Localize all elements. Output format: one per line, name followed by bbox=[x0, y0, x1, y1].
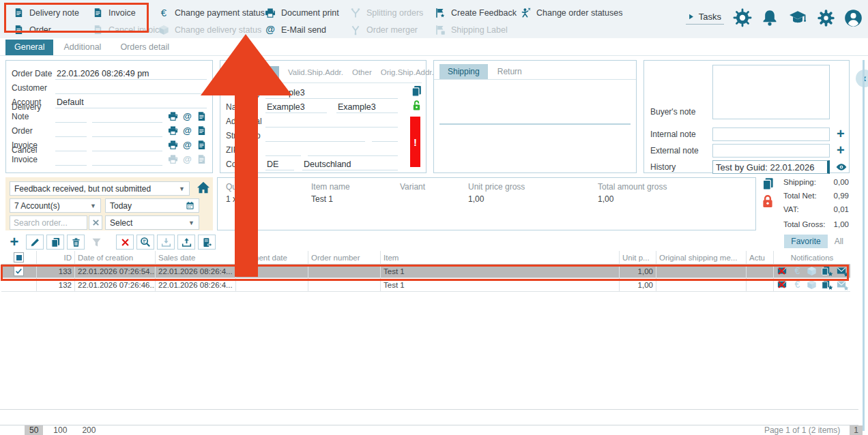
status-filter-select[interactable]: Feedback received, but not submitted▼ bbox=[10, 181, 190, 196]
export-list-button[interactable] bbox=[198, 235, 216, 250]
invoice-no-field[interactable] bbox=[55, 140, 87, 151]
account-field[interactable]: Default bbox=[55, 97, 207, 108]
select-filter[interactable]: Select▼ bbox=[105, 215, 199, 230]
tab-orders-detail[interactable]: Orders detail bbox=[111, 40, 178, 55]
tab-favorite[interactable]: Favorite bbox=[784, 235, 827, 248]
clear-search-button[interactable] bbox=[89, 215, 102, 230]
order-date-field[interactable] bbox=[92, 126, 162, 137]
last-name-field[interactable]: Example3 bbox=[336, 102, 398, 113]
col-sales-date[interactable]: Sales date bbox=[156, 251, 236, 265]
table-row[interactable]: 133 22.01.2026 07:26:54... 22.01.2026 08… bbox=[1, 265, 850, 278]
search-order-input[interactable] bbox=[10, 215, 87, 230]
change-order-statuses-button[interactable]: Change order statuses bbox=[520, 6, 622, 19]
country-code-field[interactable]: DE bbox=[265, 160, 294, 170]
page-size-200[interactable]: 200 bbox=[77, 425, 100, 435]
shipping-notify-icon[interactable] bbox=[807, 280, 817, 290]
col-original-shipping[interactable]: Original shipping me... bbox=[656, 251, 747, 265]
item-name[interactable]: Test 1 bbox=[311, 194, 400, 204]
col-payment-date[interactable]: Payment date bbox=[236, 251, 308, 265]
order-no-field[interactable] bbox=[55, 126, 87, 137]
invoice-date-field[interactable] bbox=[92, 140, 162, 151]
add-external-note-button[interactable]: + bbox=[837, 145, 845, 155]
history-eye-icon[interactable] bbox=[835, 161, 848, 173]
col-date-of-creation[interactable]: Date of creation bbox=[75, 251, 156, 265]
col-notifications[interactable]: Notifications bbox=[774, 251, 850, 265]
detail-search-button[interactable] bbox=[136, 235, 154, 250]
tab-return[interactable]: Return bbox=[489, 64, 530, 79]
bell-icon[interactable] bbox=[761, 9, 779, 27]
delivery-note-doc-icon[interactable] bbox=[197, 111, 207, 121]
select-all-checkbox[interactable] bbox=[1, 251, 37, 265]
copy-address-icon[interactable] bbox=[411, 85, 422, 97]
add-order-button[interactable]: + bbox=[5, 235, 23, 250]
additional-field[interactable] bbox=[265, 117, 398, 127]
country-name-field[interactable]: Deutschland bbox=[302, 160, 398, 170]
payment-notify-icon[interactable] bbox=[792, 280, 802, 290]
order-doc-icon[interactable] bbox=[197, 125, 207, 136]
feedback-mail-icon[interactable] bbox=[836, 280, 848, 290]
tab-invoice-addr[interactable]: Invoice Addr. bbox=[226, 66, 279, 78]
order-button[interactable]: Order bbox=[14, 23, 93, 36]
tab-all[interactable]: All bbox=[828, 235, 850, 248]
print-order-icon[interactable] bbox=[168, 125, 178, 136]
first-name-field[interactable]: Example3 bbox=[265, 102, 327, 113]
table-row[interactable]: 132 22.01.2026 07:26:46... 22.01.2026 08… bbox=[1, 278, 850, 292]
feedback-mail-icon[interactable] bbox=[836, 266, 848, 276]
col-order-number[interactable]: Order number bbox=[308, 251, 381, 265]
internal-note-input[interactable] bbox=[712, 127, 830, 141]
col-item[interactable]: Item bbox=[381, 251, 620, 265]
order-date-value[interactable]: 22.01.2026 08:26:49 pm bbox=[55, 69, 207, 80]
change-payment-status-button[interactable]: Change payment status bbox=[158, 6, 265, 19]
settings-gear-icon[interactable] bbox=[817, 9, 835, 27]
feedback-doc-icon[interactable] bbox=[821, 266, 833, 276]
tab-orig-ship-addr[interactable]: Orig.Ship.Addr. bbox=[381, 68, 434, 76]
tab-other-addr[interactable]: Other bbox=[352, 68, 372, 76]
email-blocked-icon[interactable] bbox=[777, 280, 788, 290]
external-note-input[interactable] bbox=[712, 144, 830, 158]
copy-order-button[interactable] bbox=[46, 235, 64, 250]
date-filter-select[interactable]: Today bbox=[105, 198, 199, 213]
import-button[interactable] bbox=[157, 235, 175, 250]
print-invoice-icon[interactable] bbox=[168, 140, 178, 150]
street-field[interactable] bbox=[265, 131, 365, 142]
invoice-doc-icon[interactable] bbox=[197, 140, 207, 150]
page-number-button[interactable]: 1 bbox=[850, 425, 863, 435]
add-internal-note-button[interactable]: + bbox=[837, 128, 845, 139]
street-no-field[interactable] bbox=[372, 131, 398, 142]
reset-filter-button[interactable] bbox=[116, 235, 134, 250]
collapse-panel-button[interactable]: ‹ bbox=[856, 70, 868, 87]
history-field[interactable] bbox=[712, 160, 830, 174]
document-print-button[interactable]: Document print bbox=[265, 6, 339, 19]
tab-valid-ship-addr[interactable]: Valid.Ship.Addr. bbox=[288, 68, 343, 76]
export-button[interactable] bbox=[177, 235, 195, 250]
payment-notify-icon[interactable] bbox=[792, 266, 802, 276]
notification-settings-icon[interactable] bbox=[733, 8, 752, 27]
page-size-100[interactable]: 100 bbox=[48, 425, 72, 435]
city-field[interactable] bbox=[308, 145, 398, 156]
delete-order-button[interactable] bbox=[67, 235, 85, 250]
feedback-doc-icon[interactable] bbox=[821, 280, 833, 290]
customer-field[interactable] bbox=[55, 83, 207, 94]
account-icon[interactable] bbox=[844, 9, 863, 27]
col-unit-price[interactable]: Unit p... bbox=[620, 251, 656, 265]
delivery-note-date-field[interactable] bbox=[92, 112, 162, 123]
create-feedback-button[interactable]: Create Feedback bbox=[435, 6, 517, 19]
buyers-note-textarea[interactable] bbox=[712, 65, 830, 119]
row-checkbox-checked[interactable] bbox=[14, 266, 24, 276]
row-checkbox-empty[interactable] bbox=[1, 278, 37, 292]
col-actual[interactable]: Actu bbox=[747, 251, 774, 265]
invoice-button[interactable]: Invoice bbox=[93, 6, 164, 19]
academy-icon[interactable] bbox=[787, 9, 808, 27]
company-field[interactable]: Example3 bbox=[265, 88, 398, 99]
home-icon[interactable] bbox=[197, 181, 210, 194]
accounts-filter-select[interactable]: 7 Account(s)▼ bbox=[10, 198, 101, 213]
tasks-button[interactable]: Tasks bbox=[686, 12, 724, 25]
print-delivery-note-icon[interactable] bbox=[168, 111, 178, 121]
cancel-invoice-no-field[interactable] bbox=[55, 155, 87, 166]
tab-additional[interactable]: Additional bbox=[55, 40, 110, 55]
email-invoice-icon[interactable] bbox=[182, 140, 192, 150]
delivery-note-button[interactable]: Delivery note bbox=[14, 6, 93, 19]
shipping-notify-icon[interactable] bbox=[807, 266, 817, 276]
email-blocked-icon[interactable] bbox=[777, 266, 788, 276]
email-delivery-note-icon[interactable] bbox=[182, 111, 192, 121]
